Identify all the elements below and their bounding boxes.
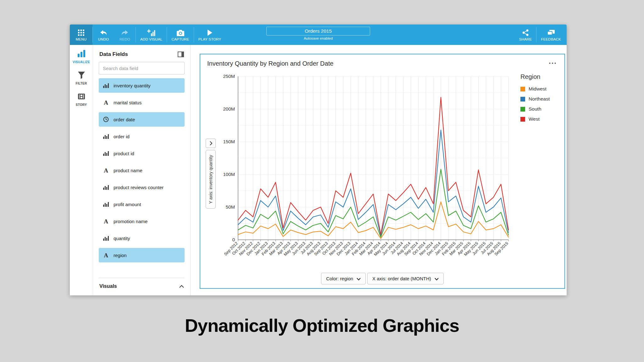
feedback-button[interactable]: FEEDBACK: [536, 25, 565, 45]
data-fields-title: Data Fields: [99, 51, 128, 58]
field-label: region: [114, 253, 127, 258]
field-item-order-id[interactable]: order id: [99, 129, 185, 144]
chart-title: Inventory Quantity by Region and Order D…: [207, 60, 333, 67]
field-label: product id: [114, 151, 134, 156]
undo-icon: [100, 29, 107, 36]
camera-icon: [177, 29, 184, 36]
feedback-icon: [547, 29, 555, 36]
field-item-marital-status[interactable]: Amarital status: [99, 95, 185, 110]
field-item-order-date[interactable]: order date: [99, 112, 185, 127]
toolbar-button-label: ADD VISUAL: [140, 37, 162, 41]
mini-bar-chart-icon: [103, 83, 109, 88]
redo-icon: [121, 29, 129, 36]
main-canvas: Inventory Quantity by Region and Order D…: [191, 45, 567, 295]
svg-text:150M: 150M: [223, 139, 235, 144]
legend-label: Northeast: [529, 96, 550, 102]
play-icon: [207, 29, 213, 36]
color-dropdown[interactable]: Color: region: [321, 273, 366, 284]
x-axis-dropdown-label: X axis: order date (MONTH): [372, 276, 431, 281]
legend-swatch: [520, 97, 525, 101]
field-item-profit-amount[interactable]: profit amount: [99, 197, 185, 211]
bar-chart-icon: [77, 50, 86, 59]
letter-a-icon: A: [103, 252, 109, 258]
legend-item-west[interactable]: West: [520, 116, 564, 122]
y-axis-label: Y axis: inventory quantity: [208, 155, 213, 204]
add-visual-button[interactable]: ADD VISUAL: [136, 25, 167, 45]
field-item-region[interactable]: Aregion: [99, 248, 185, 262]
svg-text:250M: 250M: [223, 74, 235, 79]
panel-toggle-icon[interactable]: [178, 52, 184, 57]
legend-title: Region: [520, 73, 564, 80]
field-item-product-id[interactable]: product id: [99, 146, 185, 161]
field-item-inventory-quantity[interactable]: inventory quantity: [99, 78, 185, 93]
caption-text: Dynamically Optimized Graphics: [0, 315, 644, 336]
toolbar: MENU UNDO REDO ADD VISUAL CAP: [70, 25, 567, 45]
axis-controls: Color: region X axis: order date (MONTH): [200, 273, 564, 284]
undo-button[interactable]: UNDO: [93, 25, 114, 45]
field-label: marital status: [114, 100, 142, 105]
sidebar-item-visualize[interactable]: VISUALIZE: [73, 50, 90, 64]
app-window: MENU UNDO REDO ADD VISUAL CAP: [70, 25, 567, 295]
toolbar-button-label: FEEDBACK: [541, 37, 561, 41]
y-axis-control[interactable]: Y axis: inventory quantity: [205, 139, 216, 209]
sidebar-item-filter[interactable]: FILTER: [75, 71, 87, 85]
field-label: order id: [114, 134, 130, 139]
legend-swatch: [520, 87, 525, 91]
redo-button[interactable]: REDO: [114, 25, 136, 45]
x-axis-dropdown[interactable]: X axis: order date (MONTH): [367, 273, 444, 284]
svg-text:100M: 100M: [223, 172, 235, 177]
mini-bar-chart-icon: [103, 151, 109, 156]
legend-item-south[interactable]: South: [520, 106, 564, 112]
legend-items: MidwestNortheastSouthWest: [520, 86, 564, 122]
color-dropdown-label: Color: region: [326, 276, 353, 281]
toolbar-button-label: REDO: [119, 37, 130, 41]
field-item-quantity[interactable]: quantity: [99, 231, 185, 245]
document-title[interactable]: Orders 2015: [266, 27, 370, 36]
line-chart[interactable]: 050M100M150M200M250MSep 2012Oct 2012Nov …: [219, 72, 517, 276]
field-list: inventory quantityAmarital statusorder d…: [99, 78, 185, 265]
sidebar-item-label: STORY: [76, 103, 87, 107]
menu-button[interactable]: MENU: [70, 25, 92, 45]
toolbar-button-label: SHARE: [519, 37, 532, 41]
legend-swatch: [520, 117, 525, 122]
play-story-button[interactable]: PLAY STORY: [194, 25, 226, 45]
add-visual-icon: [147, 29, 155, 36]
visual-card[interactable]: Inventory Quantity by Region and Order D…: [200, 54, 565, 289]
legend-item-midwest[interactable]: Midwest: [520, 86, 564, 92]
toolbar-right-group: SHARE FEEDBACK: [515, 25, 565, 45]
legend-label: West: [529, 116, 540, 122]
field-item-promotion-name[interactable]: Apromotion name: [99, 214, 185, 228]
capture-button[interactable]: CAPTURE: [167, 25, 193, 45]
field-label: product reviews counter: [114, 185, 164, 190]
letter-a-icon: A: [103, 100, 109, 106]
sidebar-item-story[interactable]: STORY: [76, 93, 87, 107]
share-icon: [522, 29, 529, 36]
field-label: quantity: [114, 236, 130, 241]
share-button[interactable]: SHARE: [515, 25, 536, 45]
search-input[interactable]: [99, 62, 185, 74]
legend-item-northeast[interactable]: Northeast: [520, 96, 564, 102]
field-label: order date: [114, 117, 135, 122]
svg-text:50M: 50M: [226, 204, 235, 210]
mini-bar-chart-icon: [103, 134, 109, 139]
sidebar-rail: VISUALIZE FILTER STORY: [70, 45, 93, 295]
field-item-product-reviews-counter[interactable]: product reviews counter: [99, 180, 185, 195]
field-label: product name: [114, 168, 142, 173]
visuals-title: Visuals: [99, 283, 117, 289]
data-fields-panel: Data Fields inventory quantityAmarital s…: [93, 45, 191, 295]
field-label: profit amount: [114, 202, 141, 207]
visuals-section-header[interactable]: Visuals: [99, 278, 185, 295]
film-icon: [78, 93, 85, 101]
legend: Region MidwestNortheastSouthWest: [520, 73, 564, 126]
field-label: promotion name: [114, 219, 147, 224]
field-item-product-name[interactable]: Aproduct name: [99, 163, 185, 178]
mini-bar-chart-icon: [103, 185, 109, 190]
sidebar-item-label: VISUALIZE: [73, 60, 90, 64]
grid-icon: [78, 29, 85, 36]
visual-menu-button[interactable]: ...: [549, 57, 557, 66]
chevron-up-icon: [179, 283, 184, 289]
clock-icon: [103, 117, 109, 122]
document-title-group: Orders 2015 Autosave enabled: [266, 27, 370, 40]
legend-label: Midwest: [529, 86, 547, 92]
chevron-down-icon: [435, 276, 439, 281]
